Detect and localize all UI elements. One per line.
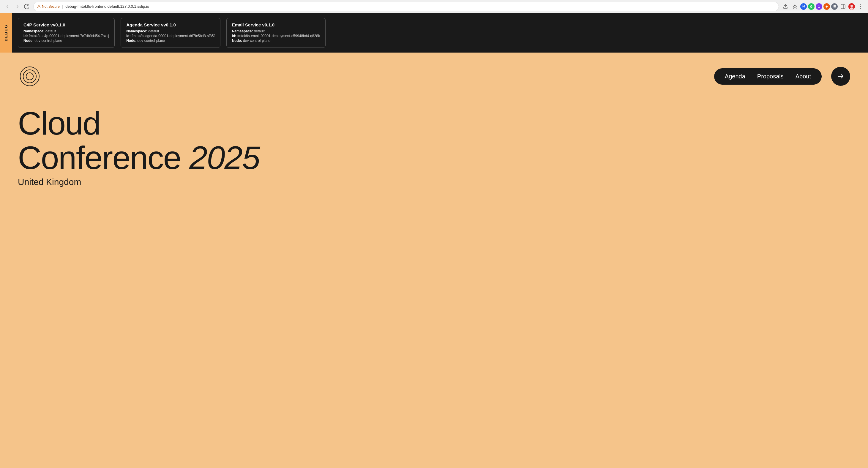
url-text: debug-fmtok8s-frontend.default.127.0.0.1… [65, 4, 775, 9]
menu-button[interactable] [856, 2, 864, 11]
share-button[interactable] [781, 2, 789, 11]
debug-card-email-id: Id: fmtok8s-email-00001-deployment-c5994… [232, 34, 320, 38]
navbar: Agenda Proposals About [18, 53, 850, 94]
hero-title-line2: Conference [18, 139, 181, 176]
svg-point-12 [26, 73, 33, 80]
security-text: Not Secure [42, 4, 60, 9]
bookmark-button[interactable] [791, 2, 799, 11]
debug-card-c4p-namespace: Namespace: default [24, 29, 109, 33]
hero-cursor [434, 207, 434, 221]
debug-label: DEBUG [0, 13, 12, 53]
svg-point-11 [23, 70, 36, 83]
address-bar[interactable]: Not Secure | debug-fmtok8s-frontend.defa… [33, 2, 779, 11]
main-content: Agenda Proposals About Cloud Conference … [0, 53, 868, 468]
nav-arrow-button[interactable] [831, 67, 850, 86]
nav-link-proposals[interactable]: Proposals [757, 73, 784, 80]
svg-point-9 [860, 8, 861, 9]
debug-card-c4p-node: Node: dev-control-plane [24, 39, 109, 43]
debug-card-c4p-id: Id: fmtok8s-c4p-00001-deployment-7c7db9d… [24, 34, 109, 38]
extension-1password[interactable]: 1 [816, 3, 822, 10]
debug-card-c4p-title: C4P Service vv0.1.0 [24, 22, 109, 27]
browser-chrome: Not Secure | debug-fmtok8s-frontend.defa… [0, 0, 868, 13]
svg-point-5 [850, 5, 853, 7]
debug-card-email-namespace: Namespace: default [232, 29, 320, 33]
extension-other1[interactable]: ◈ [824, 3, 830, 10]
forward-button[interactable] [13, 2, 21, 11]
hero-title-line1: Cloud [18, 105, 100, 142]
debug-card-agenda-namespace: Namespace: default [126, 29, 215, 33]
security-warning: Not Secure [37, 4, 60, 9]
debug-card-agenda-node: Node: dev-control-plane [126, 39, 215, 43]
svg-rect-2 [841, 4, 845, 9]
debug-cards: C4P Service vv0.1.0 Namespace: default I… [12, 13, 868, 53]
svg-point-7 [860, 4, 861, 5]
svg-point-8 [860, 6, 861, 7]
nav-link-about[interactable]: About [796, 73, 811, 80]
browser-nav-buttons [4, 2, 31, 11]
hero-title-year: 2025 [189, 139, 260, 176]
back-button[interactable] [4, 2, 12, 11]
reload-button[interactable] [23, 2, 31, 11]
svg-point-6 [850, 7, 854, 10]
nav-link-agenda[interactable]: Agenda [725, 73, 745, 80]
logo [18, 64, 41, 88]
browser-actions: 译 G 1 ◈ ⊞ [781, 2, 864, 11]
debug-card-agenda-id: Id: fmtok8s-agenda-00001-deployment-d67f… [126, 34, 215, 38]
hero-title: Cloud Conference 2025 [18, 106, 850, 175]
extension-puzzle[interactable]: ⊞ [831, 3, 838, 10]
debug-card-email-title: Email Service v0.1.0 [232, 22, 320, 27]
debug-bar: DEBUG C4P Service vv0.1.0 Namespace: def… [0, 13, 868, 53]
hero-subtitle: United Kingdom [18, 177, 850, 187]
debug-card-agenda-title: Agenda Service vv0.1.0 [126, 22, 215, 27]
debug-card-agenda: Agenda Service vv0.1.0 Namespace: defaul… [121, 18, 220, 48]
profile-avatar[interactable] [848, 3, 855, 10]
svg-marker-1 [793, 4, 797, 8]
debug-card-c4p: C4P Service vv0.1.0 Namespace: default I… [18, 18, 115, 48]
sidebar-button[interactable] [839, 2, 847, 11]
extension-grammarly[interactable]: G [808, 3, 814, 10]
extension-translate[interactable]: 译 [800, 3, 807, 10]
debug-card-email-node: Node: dev-control-plane [232, 39, 320, 43]
debug-card-email: Email Service v0.1.0 Namespace: default … [226, 18, 326, 48]
hero-section: Cloud Conference 2025 United Kingdom [18, 106, 850, 239]
nav-pill: Agenda Proposals About [714, 68, 822, 85]
